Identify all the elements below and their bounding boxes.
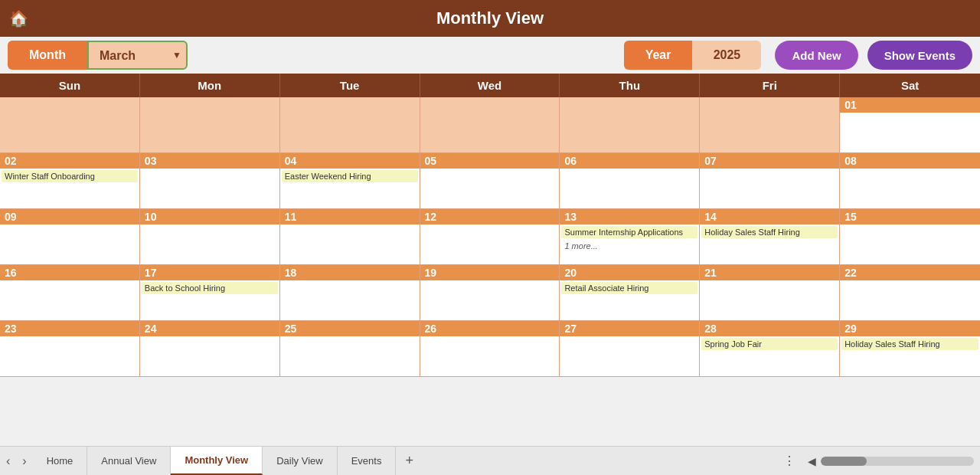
day-number: 21 bbox=[700, 265, 839, 280]
col-sun: Sun bbox=[0, 74, 140, 97]
calendar-day[interactable]: 20Retail Associate Hiring bbox=[560, 265, 700, 320]
day-number: 29 bbox=[840, 321, 980, 336]
tab-scrollbar-thumb bbox=[821, 457, 867, 466]
calendar-week: 02Winter Staff Onboarding0304Easter Week… bbox=[0, 153, 980, 209]
day-number: 05 bbox=[420, 153, 560, 169]
event-item[interactable]: Back to School Hiring bbox=[142, 282, 278, 294]
calendar-day-empty bbox=[420, 97, 560, 152]
calendar-day[interactable]: 13Summer Internship Applications1 more..… bbox=[560, 209, 700, 264]
event-item[interactable]: Holiday Sales Staff Hiring bbox=[841, 338, 978, 350]
event-item[interactable]: Winter Staff Onboarding bbox=[2, 170, 138, 182]
calendar-day[interactable]: 11 bbox=[280, 209, 420, 264]
calendar-day[interactable]: 10 bbox=[140, 209, 280, 264]
calendar-day-empty bbox=[280, 97, 420, 152]
tab-add-button[interactable]: + bbox=[396, 448, 423, 473]
calendar-day[interactable]: 09 bbox=[0, 209, 140, 264]
tab-more-button[interactable]: ⋮ bbox=[776, 454, 803, 468]
day-number: 22 bbox=[840, 265, 980, 280]
day-number: 25 bbox=[280, 321, 420, 336]
tab-home[interactable]: Home bbox=[33, 447, 88, 475]
day-number: 09 bbox=[0, 209, 139, 224]
month-select[interactable]: JanuaryFebruaryMarch AprilMayJune JulyAu… bbox=[87, 41, 188, 70]
year-value: 2025 bbox=[692, 41, 761, 70]
calendar-day[interactable]: 15 bbox=[840, 209, 980, 264]
day-number bbox=[0, 97, 139, 100]
calendar-day[interactable]: 18 bbox=[280, 265, 420, 320]
day-number: 01 bbox=[840, 97, 980, 113]
day-number: 17 bbox=[140, 265, 279, 280]
tab-daily-view[interactable]: Daily View bbox=[263, 447, 337, 475]
day-number: 15 bbox=[840, 209, 980, 224]
calendar-day[interactable]: 25 bbox=[280, 321, 420, 376]
calendar-day[interactable]: 03 bbox=[140, 153, 280, 208]
day-number bbox=[700, 97, 839, 100]
more-events-link[interactable]: 1 more... bbox=[560, 240, 699, 252]
day-number bbox=[280, 97, 420, 100]
calendar-day[interactable]: 04Easter Weekend Hiring bbox=[280, 153, 420, 208]
calendar-day[interactable]: 19 bbox=[420, 265, 560, 320]
day-number: 04 bbox=[280, 153, 420, 169]
tab-monthly-view[interactable]: Monthly View bbox=[171, 447, 263, 475]
col-thu: Thu bbox=[560, 74, 700, 97]
event-item[interactable]: Holiday Sales Staff Hiring bbox=[701, 226, 838, 238]
calendar-day[interactable]: 28Spring Job Fair bbox=[700, 321, 840, 376]
calendar-week: 1617Back to School Hiring181920Retail As… bbox=[0, 265, 980, 321]
calendar-day[interactable]: 29Holiday Sales Staff Hiring bbox=[840, 321, 980, 376]
day-number: 28 bbox=[700, 321, 839, 336]
day-number: 18 bbox=[280, 265, 420, 280]
day-number: 19 bbox=[420, 265, 560, 280]
tab-scroll-left-icon[interactable]: ◀ bbox=[803, 455, 821, 467]
event-item[interactable]: Summer Internship Applications bbox=[561, 226, 697, 238]
event-item[interactable]: Retail Associate Hiring bbox=[561, 282, 697, 294]
page-title: Monthly View bbox=[436, 8, 544, 28]
col-sat: Sat bbox=[840, 74, 980, 97]
calendar-day[interactable]: 08 bbox=[840, 153, 980, 208]
day-number bbox=[560, 97, 699, 100]
calendar-day[interactable]: 22 bbox=[840, 265, 980, 320]
day-number: 14 bbox=[700, 209, 839, 224]
show-events-button[interactable]: Show Events bbox=[867, 41, 972, 70]
event-item[interactable]: Spring Job Fair bbox=[701, 338, 838, 350]
day-number: 06 bbox=[560, 153, 699, 169]
calendar-day[interactable]: 02Winter Staff Onboarding bbox=[0, 153, 140, 208]
event-item[interactable]: Easter Weekend Hiring bbox=[282, 170, 418, 182]
calendar-day[interactable]: 24 bbox=[140, 321, 280, 376]
calendar-day[interactable]: 27 bbox=[560, 321, 700, 376]
calendar-day[interactable]: 26 bbox=[420, 321, 560, 376]
calendar-day[interactable]: 06 bbox=[560, 153, 700, 208]
calendar-day-empty bbox=[700, 97, 840, 152]
controls-bar: Month JanuaryFebruaryMarch AprilMayJune … bbox=[0, 37, 980, 74]
calendar-day[interactable]: 16 bbox=[0, 265, 140, 320]
col-tue: Tue bbox=[280, 74, 420, 97]
calendar-day[interactable]: 21 bbox=[700, 265, 840, 320]
day-number: 11 bbox=[280, 209, 420, 224]
day-number: 24 bbox=[140, 321, 279, 336]
calendar-day[interactable]: 23 bbox=[0, 321, 140, 376]
calendar-day[interactable]: 14Holiday Sales Staff Hiring bbox=[700, 209, 840, 264]
day-number: 08 bbox=[840, 153, 980, 169]
tab-annual-view[interactable]: Annual View bbox=[87, 447, 171, 475]
tab-next-button[interactable]: › bbox=[16, 447, 32, 475]
header: 🏠 Monthly View bbox=[0, 0, 980, 37]
add-new-button[interactable]: Add New bbox=[775, 41, 858, 70]
day-number: 07 bbox=[700, 153, 839, 169]
month-button[interactable]: Month bbox=[8, 41, 87, 70]
tab-scrollbar[interactable] bbox=[821, 457, 974, 466]
col-mon: Mon bbox=[140, 74, 280, 97]
calendar-day[interactable]: 01 bbox=[840, 97, 980, 152]
tab-prev-button[interactable]: ‹ bbox=[0, 447, 16, 475]
day-number: 10 bbox=[140, 209, 279, 224]
day-number: 27 bbox=[560, 321, 699, 336]
year-button[interactable]: Year bbox=[624, 41, 693, 70]
calendar-day[interactable]: 17Back to School Hiring bbox=[140, 265, 280, 320]
col-fri: Fri bbox=[700, 74, 840, 97]
tab-events[interactable]: Events bbox=[338, 447, 397, 475]
calendar-day[interactable]: 05 bbox=[420, 153, 560, 208]
home-icon[interactable]: 🏠 bbox=[9, 9, 28, 28]
calendar-day[interactable]: 12 bbox=[420, 209, 560, 264]
day-number bbox=[140, 97, 279, 100]
calendar-day[interactable]: 07 bbox=[700, 153, 840, 208]
calendar-day-empty bbox=[0, 97, 140, 152]
calendar-week: 232425262728Spring Job Fair29Holiday Sal… bbox=[0, 321, 980, 377]
day-number: 26 bbox=[420, 321, 560, 336]
